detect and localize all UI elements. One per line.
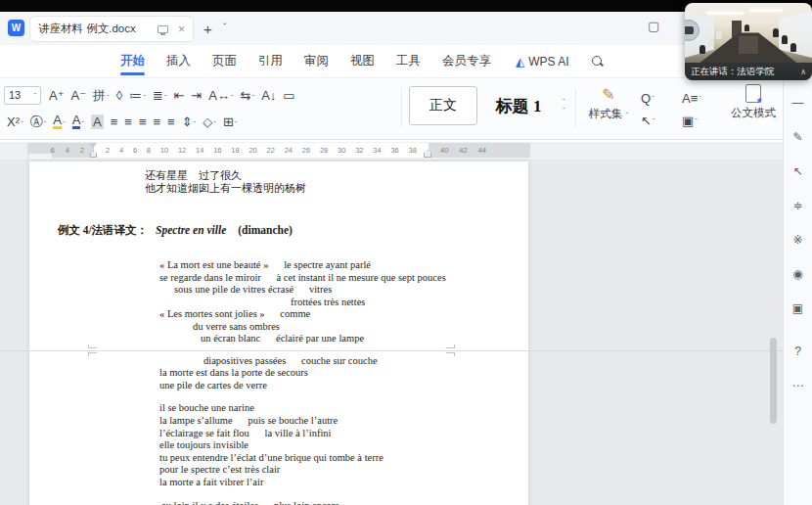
menu-page[interactable]: 页面: [202, 44, 248, 78]
style-body-text[interactable]: 正文: [409, 86, 477, 125]
first-line-indent-marker[interactable]: [89, 143, 97, 149]
document-tab[interactable]: 讲座材料 例文.docx ×: [29, 16, 194, 42]
ruler-number: 32: [355, 146, 363, 155]
line-spacing-button[interactable]: ⇕ˇ: [179, 113, 200, 131]
tab-list-chevron-icon[interactable]: ˇ: [223, 23, 226, 33]
app-window: W 讲座材料 例文.docx × + ˇ ▢ 开始插入页面引用审阅视图工具会员专…: [0, 0, 812, 505]
bullet-list-button[interactable]: ≔ˇ: [126, 86, 149, 105]
video-call-overlay[interactable]: 正在讲话：法语学院 ∧: [685, 3, 812, 80]
text-effects-button[interactable]: Ⓐˇ: [27, 113, 50, 131]
divider-tool-icon[interactable]: —: [789, 93, 808, 113]
help-icon[interactable]: ?: [789, 342, 808, 361]
new-tab-icon[interactable]: +: [203, 21, 212, 37]
smart-tools-icon[interactable]: ※: [789, 230, 808, 250]
char-shading-button[interactable]: A: [88, 113, 107, 131]
menu-items: 开始插入页面引用审阅视图工具会员专享: [110, 44, 502, 78]
scroll-down-icon[interactable]: ˇ: [563, 108, 565, 114]
char-scale-button[interactable]: A↔ˇ: [205, 86, 236, 105]
font-size-value: 13: [9, 89, 33, 101]
official-doc-mode-label: 公文模式: [726, 106, 781, 120]
font-size-select[interactable]: 13 ˇ: [4, 86, 41, 105]
align-right-button[interactable]: ≡: [136, 113, 150, 131]
theme-tool-icon[interactable]: ▣: [789, 298, 808, 318]
ruler-number: 34: [373, 146, 381, 155]
ruler-number: 22: [267, 146, 275, 155]
text-direction-button[interactable]: ⇆ˇ: [238, 86, 258, 105]
official-doc-mode-button[interactable]: 公文模式: [726, 84, 781, 120]
justify-button[interactable]: ≡: [150, 113, 163, 131]
distribute-button[interactable]: ≡: [164, 113, 178, 131]
wps-writer-logo[interactable]: W: [8, 20, 24, 36]
sticker-tool-icon[interactable]: ◉: [789, 264, 808, 284]
pen-annotate-icon[interactable]: ✎: [789, 127, 808, 147]
shading-fill-button[interactable]: ◇ˇ: [200, 113, 219, 131]
ruler-number: 36: [390, 146, 398, 155]
official-doc-icon: [745, 84, 761, 103]
restore-window-icon[interactable]: ▢: [648, 19, 659, 33]
menu-home[interactable]: 开始: [110, 44, 156, 78]
superscript-button[interactable]: X²ˇ: [4, 113, 26, 131]
more-options-icon[interactable]: ⋯: [789, 376, 808, 395]
clear-format-button[interactable]: ◊: [113, 86, 125, 105]
search-icon[interactable]: [591, 55, 604, 68]
ruler-number: 2: [106, 146, 110, 155]
heading-note: (dimanche): [238, 224, 293, 236]
style-set-button[interactable]: ✎ 样式集 ˇ: [583, 85, 634, 121]
poem-line: la morte a fait vibrer l’air: [29, 477, 528, 489]
style-set-label: 样式集: [589, 108, 623, 119]
style-match-button[interactable]: A≡ˇ: [679, 87, 720, 110]
sort-button[interactable]: A↓: [258, 86, 279, 105]
poem-stanza-1: « La mort est une beauté » le spectre ay…: [29, 259, 528, 345]
menu-insert[interactable]: 插入: [156, 44, 202, 78]
pinyin-guide-button[interactable]: 拼ˇ: [90, 86, 113, 105]
increase-indent-button[interactable]: ⇥: [188, 86, 204, 105]
menu-references[interactable]: 引用: [248, 44, 293, 78]
highlight-color-button[interactable]: Aˇ: [50, 113, 68, 131]
vertical-scrollbar-thumb[interactable]: [770, 338, 777, 424]
menu-view[interactable]: 视图: [339, 44, 385, 78]
menu-tools[interactable]: 工具: [385, 44, 431, 78]
arrange-objects-button[interactable]: ▣ˇ: [679, 110, 720, 132]
borders-button[interactable]: ⊞ˇ: [220, 113, 241, 131]
wps-ai-label: WPS AI: [528, 55, 568, 69]
align-center-button[interactable]: ≡: [121, 113, 135, 131]
document-page[interactable]: 还有星星 过了很久他才知道烟囱上有一棵透明的杨树 例文 4/法语译文：Spect…: [29, 161, 528, 505]
ruler-number: 8: [147, 146, 151, 155]
expand-chevron-icon[interactable]: ∧: [800, 68, 806, 76]
wps-ai-icon: ◭: [516, 55, 524, 69]
decrease-font-button[interactable]: A⁻: [68, 86, 90, 105]
align-left-button[interactable]: ≡: [108, 113, 121, 131]
ruler-right-margin: 404244: [429, 143, 530, 158]
right-sidebar: —✎↖≑※◉▣ ? ⋯: [783, 78, 812, 505]
ruler-number: 4: [66, 146, 69, 155]
style-gallery-arrows[interactable]: ˆ ˇ: [563, 99, 565, 114]
menu-member[interactable]: 会员专享: [431, 44, 502, 78]
horizontal-ruler[interactable]: 642 2468101214161820222426283032343638 4…: [0, 142, 783, 160]
poem-line: la morte est dans la porte de secours: [29, 367, 528, 380]
close-tab-icon[interactable]: ×: [178, 23, 185, 35]
poem-line: « La mort est une beauté » le spectre ay…: [29, 259, 528, 272]
poem-stanza-4: au loin il y a des étoiles plus loin enc…: [29, 500, 528, 505]
ruler-number: 4: [119, 146, 123, 155]
increase-font-button[interactable]: A⁺: [46, 86, 68, 105]
select-cursor-icon[interactable]: ↖: [789, 161, 808, 181]
heading-title: Spectre en ville: [156, 224, 226, 236]
wps-ai-button[interactable]: ◭ WPS AI: [516, 55, 569, 69]
menu-review[interactable]: 审阅: [293, 44, 339, 78]
speaker-label-bar: 正在讲话：法语学院 ∧: [685, 63, 812, 80]
share-screen-icon[interactable]: [158, 25, 168, 33]
select-objects-button[interactable]: ↖ˇ: [638, 110, 679, 132]
style-heading-1[interactable]: 标题 1: [477, 86, 560, 125]
scroll-up-icon[interactable]: ˆ: [563, 99, 565, 105]
chinese-line: 还有星星 过了很久: [29, 169, 528, 182]
ruler-number: 42: [459, 146, 467, 155]
numbered-list-button[interactable]: ≣ˇ: [150, 86, 170, 105]
decrease-indent-button[interactable]: ⇤: [170, 86, 187, 105]
poem-stanza-3: il se bouche une narinela lampe s’allume…: [29, 402, 528, 488]
font-tools-group: A⁺A⁻拼ˇ◊≔ˇ≣ˇ⇤⇥A↔ˇ⇆ˇA↓▭: [46, 86, 298, 105]
adjust-sliders-icon[interactable]: ≑: [789, 196, 808, 215]
font-color-button[interactable]: Aˇ: [69, 113, 87, 131]
paragraph-layout-button[interactable]: ▭: [280, 86, 297, 105]
find-replace-button[interactable]: Qˇ: [638, 87, 679, 110]
ruler-number: 12: [178, 146, 186, 155]
